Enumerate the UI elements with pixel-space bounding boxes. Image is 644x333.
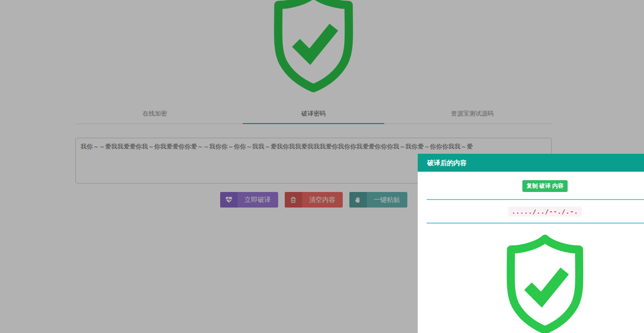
modal-title: 破译后的内容	[418, 154, 644, 172]
divider	[427, 199, 644, 200]
shield-check-icon	[500, 232, 590, 333]
copy-decrypted-content-button[interactable]: 复制 破译 内容	[522, 180, 568, 192]
decoded-morse-output: ...../../--./.-.	[508, 207, 581, 216]
divider	[427, 223, 644, 224]
decrypt-result-modal: 破译后的内容 复制 破译 内容 ...../../--./.-.	[418, 154, 644, 333]
modal-body: 复制 破译 内容 ...../../--./.-.	[418, 172, 644, 333]
decoded-output-row: ...../../--./.-.	[427, 207, 644, 216]
